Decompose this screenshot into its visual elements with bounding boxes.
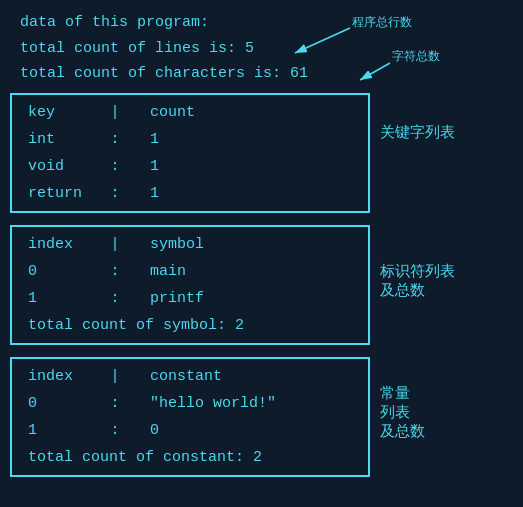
symbols-col2-header: symbol bbox=[130, 231, 360, 258]
constants-col2-header: constant bbox=[130, 363, 360, 390]
symbol-row0-col2: main bbox=[130, 258, 360, 285]
keywords-header-row: key | count bbox=[20, 99, 360, 126]
constant-row1-col1: 1 bbox=[20, 417, 100, 444]
main-container: data of this program: total count of lin… bbox=[0, 0, 523, 499]
line3: total count of characters is: 61 bbox=[20, 61, 513, 87]
symbol-row0-sep: : bbox=[100, 258, 130, 285]
constant-row0-col1: 0 bbox=[20, 390, 100, 417]
keyword-row2-col1: return bbox=[20, 180, 100, 207]
keywords-table: key | count int : 1 void : 1 return : 1 bbox=[10, 93, 370, 213]
table-row: 0 : "hello world!" bbox=[20, 390, 360, 417]
symbol-row1-col2: printf bbox=[130, 285, 360, 312]
line2: total count of lines is: 5 bbox=[20, 36, 513, 62]
constant-row1-col2: 0 bbox=[130, 417, 360, 444]
symbols-header-row: index | symbol bbox=[20, 231, 360, 258]
table-row: 1 : printf bbox=[20, 285, 360, 312]
constants-col1-header: index bbox=[20, 363, 100, 390]
keyword-row2-sep: : bbox=[100, 180, 130, 207]
symbols-header-sep: | bbox=[100, 231, 130, 258]
constants-header-row: index | constant bbox=[20, 363, 360, 390]
keyword-row2-col2: 1 bbox=[130, 180, 360, 207]
keyword-row0-col2: 1 bbox=[130, 126, 360, 153]
constant-row0-col2: "hello world!" bbox=[130, 390, 360, 417]
symbol-row1-sep: : bbox=[100, 285, 130, 312]
keywords-annotation: 关键字列表 bbox=[380, 93, 455, 142]
symbol-row1-col1: 1 bbox=[20, 285, 100, 312]
constants-total: total count of constant: 2 bbox=[20, 444, 360, 471]
table-row: void : 1 bbox=[20, 153, 360, 180]
keywords-header-sep: | bbox=[100, 99, 130, 126]
table-row: return : 1 bbox=[20, 180, 360, 207]
keyword-row1-sep: : bbox=[100, 153, 130, 180]
keywords-col1-header: key bbox=[20, 99, 100, 126]
constant-row0-sep: : bbox=[100, 390, 130, 417]
constants-annotation: 常量 列表 及总数 bbox=[380, 357, 425, 441]
keyword-row0-sep: : bbox=[100, 126, 130, 153]
keywords-col2-header: count bbox=[130, 99, 360, 126]
table-row: 0 : main bbox=[20, 258, 360, 285]
keyword-row0-col1: int bbox=[20, 126, 100, 153]
table-row: int : 1 bbox=[20, 126, 360, 153]
symbols-annotation: 标识符列表 及总数 bbox=[380, 225, 455, 300]
symbols-total: total count of symbol: 2 bbox=[20, 312, 360, 339]
symbol-row0-col1: 0 bbox=[20, 258, 100, 285]
constants-table: index | constant 0 : "hello world!" 1 : … bbox=[10, 357, 370, 477]
symbols-col1-header: index bbox=[20, 231, 100, 258]
table-row: 1 : 0 bbox=[20, 417, 360, 444]
keyword-row1-col2: 1 bbox=[130, 153, 360, 180]
line1: data of this program: bbox=[20, 10, 513, 36]
symbols-table: index | symbol 0 : main 1 : printf total… bbox=[10, 225, 370, 345]
info-section: data of this program: total count of lin… bbox=[10, 10, 513, 87]
constant-row1-sep: : bbox=[100, 417, 130, 444]
constants-header-sep: | bbox=[100, 363, 130, 390]
keyword-row1-col1: void bbox=[20, 153, 100, 180]
